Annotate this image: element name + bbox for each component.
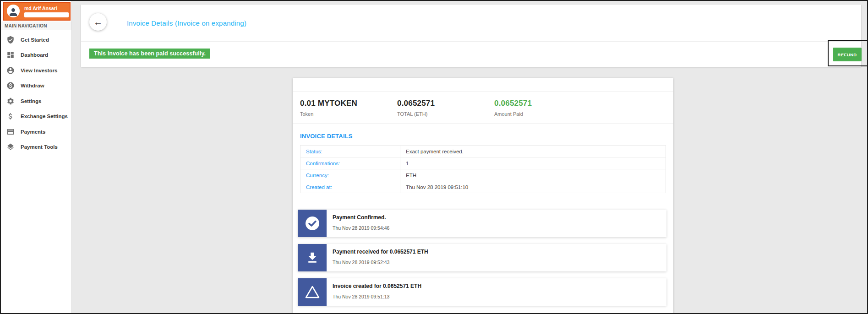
detail-value: ETH <box>400 169 666 181</box>
credit-card-icon <box>6 128 15 136</box>
redacted-field <box>24 12 69 17</box>
detail-label: Created at: <box>300 181 400 193</box>
timeline-title: Payment received for 0.0652571 ETH <box>333 249 428 255</box>
refund-button[interactable]: REFUND <box>833 48 862 61</box>
app-window: md Arif Ansari MAIN NAVIGATION Get Start… <box>0 0 868 314</box>
sidebar-section-label: MAIN NAVIGATION <box>1 22 71 30</box>
check-circle-icon <box>298 210 327 237</box>
amount-paid-label: Amount Paid <box>494 111 591 117</box>
layers-icon <box>6 143 15 151</box>
sidebar-item-exchange-settings[interactable]: Exchange Settings <box>1 109 71 125</box>
detail-label: Status: <box>300 146 400 157</box>
sidebar-item-view-investors[interactable]: View Investors <box>1 63 71 78</box>
table-row: Created at: Thu Nov 28 2019 09:51:10 <box>300 181 666 193</box>
sidebar-item-settings[interactable]: Settings <box>1 93 71 109</box>
timeline-item-invoice-created: Invoice created for 0.0652571 ETH Thu No… <box>298 278 666 306</box>
download-icon <box>298 244 327 271</box>
page-header: ← Invoice Details (Invoice on expanding) <box>81 5 861 41</box>
timeline-item-payment-received: Payment received for 0.0652571 ETH Thu N… <box>298 244 666 271</box>
table-row: Status: Exact payment received. <box>300 146 666 157</box>
sidebar-item-label: View Investors <box>21 68 57 73</box>
sidebar-item-label: Payments <box>21 129 45 135</box>
sidebar-item-label: Payment Tools <box>21 144 58 150</box>
detail-value: 1 <box>400 157 666 169</box>
timeline-timestamp: Thu Nov 28 2019 09:54:46 <box>333 225 389 231</box>
person-circle-icon <box>6 66 15 75</box>
invoice-card-top-strip <box>293 78 673 92</box>
page-header-panel: ← Invoice Details (Invoice on expanding)… <box>81 5 861 67</box>
sidebar-item-label: Get Started <box>21 37 49 43</box>
timeline-timestamp: Thu Nov 28 2019 09:51:13 <box>333 294 421 299</box>
sidebar-nav: Get Started Dashboard View Investors Wit… <box>1 32 71 155</box>
invoice-card: 0.01 MYTOKEN Token 0.0652571 TOTAL (ETH)… <box>293 78 673 314</box>
sidebar-item-label: Withdraw <box>21 83 44 88</box>
avatar[interactable] <box>7 5 20 17</box>
payment-timeline: Payment Confirmed. Thu Nov 28 2019 09:54… <box>293 210 673 306</box>
timeline-item-body: Payment received for 0.0652571 ETH Thu N… <box>327 244 428 271</box>
sidebar-item-label: Settings <box>21 98 41 104</box>
sidebar-item-get-started[interactable]: Get Started <box>1 32 71 48</box>
arrow-left-icon: ← <box>93 17 103 27</box>
table-row: Currency: ETH <box>300 169 666 181</box>
refund-highlight-box: REFUND <box>828 40 868 66</box>
paid-success-banner: This invoice has been paid successfully. <box>89 49 210 59</box>
timeline-title: Payment Confirmed. <box>333 214 389 221</box>
summary-total: 0.0652571 TOTAL (ETH) <box>397 99 494 117</box>
triangle-icon <box>298 278 327 306</box>
detail-label: Currency: <box>300 169 400 181</box>
timeline-title: Invoice created for 0.0652571 ETH <box>333 283 421 289</box>
sidebar-item-payments[interactable]: Payments <box>1 124 71 140</box>
table-row: Confirmations: 1 <box>300 157 666 169</box>
token-label: Token <box>300 111 397 117</box>
detail-value: Exact payment received. <box>400 146 666 157</box>
timeline-item-payment-confirmed: Payment Confirmed. Thu Nov 28 2019 09:54… <box>298 210 666 237</box>
page-title: Invoice Details (Invoice on expanding) <box>127 5 246 41</box>
token-amount: 0.01 MYTOKEN <box>300 99 397 108</box>
invoice-details-heading: INVOICE DETAILS <box>293 124 673 145</box>
total-eth-label: TOTAL (ETH) <box>397 111 494 117</box>
sidebar-item-payment-tools[interactable]: Payment Tools <box>1 140 71 155</box>
back-button[interactable]: ← <box>89 13 107 31</box>
invoice-summary: 0.01 MYTOKEN Token 0.0652571 TOTAL (ETH)… <box>293 92 673 124</box>
banner-row: This invoice has been paid successfully. <box>81 42 861 67</box>
summary-token: 0.01 MYTOKEN Token <box>300 99 397 117</box>
amount-paid-value: 0.0652571 <box>494 99 591 108</box>
dollar-icon <box>6 112 15 120</box>
sidebar: md Arif Ansari MAIN NAVIGATION Get Start… <box>1 1 72 313</box>
sidebar-item-label: Dashboard <box>21 52 48 58</box>
shield-check-icon <box>6 36 15 44</box>
dashboard-icon <box>6 51 15 59</box>
invoice-details-table: Status: Exact payment received. Confirma… <box>300 145 666 193</box>
gear-icon <box>6 97 15 105</box>
dollar-circle-icon <box>6 81 15 90</box>
timeline-item-body: Invoice created for 0.0652571 ETH Thu No… <box>327 278 421 306</box>
total-eth-amount: 0.0652571 <box>397 99 494 108</box>
detail-label: Confirmations: <box>300 157 400 169</box>
summary-amount-paid: 0.0652571 Amount Paid <box>494 99 591 117</box>
sidebar-item-dashboard[interactable]: Dashboard <box>1 48 71 63</box>
timeline-item-body: Payment Confirmed. Thu Nov 28 2019 09:54… <box>327 210 389 237</box>
user-name: md Arif Ansari <box>24 5 57 11</box>
detail-value: Thu Nov 28 2019 09:51:10 <box>400 181 666 193</box>
timeline-timestamp: Thu Nov 28 2019 09:52:43 <box>333 260 428 265</box>
user-header: md Arif Ansari <box>3 2 71 21</box>
sidebar-item-withdraw[interactable]: Withdraw <box>1 78 71 94</box>
sidebar-item-label: Exchange Settings <box>21 114 68 119</box>
person-icon <box>8 6 19 17</box>
